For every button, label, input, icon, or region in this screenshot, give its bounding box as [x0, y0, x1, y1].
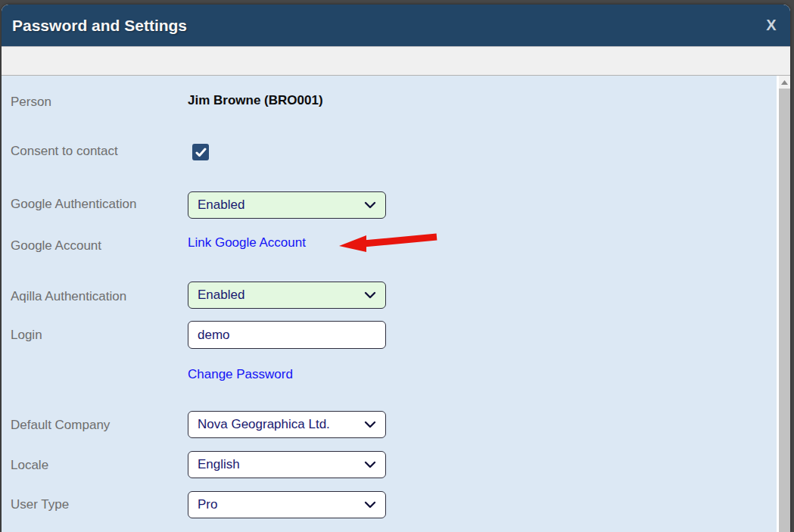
consent-label: Consent to contact: [11, 144, 118, 159]
close-button[interactable]: X: [760, 5, 783, 46]
locale-label: Locale: [11, 458, 48, 473]
chevron-down-icon: [364, 201, 376, 209]
login-label: Login: [11, 328, 42, 343]
consent-checkbox[interactable]: [192, 144, 209, 160]
red-arrow-annotation-icon: [338, 227, 441, 253]
person-value: Jim Browne (BRO001): [188, 93, 323, 108]
locale-select[interactable]: English: [188, 451, 386, 478]
person-label: Person: [11, 95, 51, 110]
login-input[interactable]: [188, 321, 386, 349]
chevron-down-icon: [364, 501, 376, 509]
google-auth-selected-value: Enabled: [198, 198, 361, 213]
password-settings-dialog: Password and Settings X Person Jim Brown…: [2, 5, 790, 532]
dialog-toolbar: [2, 46, 790, 76]
chevron-down-icon: [364, 291, 376, 299]
default-company-selected-value: Nova Geographica Ltd.: [198, 417, 361, 432]
aqilla-auth-label: Aqilla Authentication: [11, 289, 126, 304]
scroll-up-button[interactable]: [779, 76, 790, 89]
vertical-scrollbar[interactable]: [777, 76, 790, 532]
dialog-header: Password and Settings X: [2, 5, 790, 46]
scrollbar-thumb[interactable]: [779, 89, 790, 532]
scroll-up-arrow-icon: [781, 80, 788, 85]
aqilla-auth-selected-value: Enabled: [198, 288, 361, 303]
change-password-link[interactable]: Change Password: [188, 367, 293, 382]
dialog-title: Password and Settings: [2, 5, 790, 46]
aqilla-auth-select[interactable]: Enabled: [188, 282, 386, 309]
default-company-label: Default Company: [11, 418, 110, 433]
google-auth-select[interactable]: Enabled: [188, 191, 386, 219]
google-auth-label: Google Authentication: [11, 197, 136, 212]
locale-selected-value: English: [198, 457, 361, 472]
dialog-body: Person Jim Browne (BRO001) Consent to co…: [2, 76, 790, 532]
user-type-label: User Type: [11, 497, 69, 512]
google-account-label: Google Account: [11, 238, 101, 254]
user-type-selected-value: Pro: [198, 497, 361, 512]
chevron-down-icon: [364, 421, 376, 428]
user-type-select[interactable]: Pro: [188, 491, 386, 518]
chevron-down-icon: [364, 461, 376, 468]
default-company-select[interactable]: Nova Geographica Ltd.: [188, 411, 386, 438]
link-google-account-link[interactable]: Link Google Account: [188, 235, 306, 250]
checkmark-icon: [195, 148, 207, 157]
